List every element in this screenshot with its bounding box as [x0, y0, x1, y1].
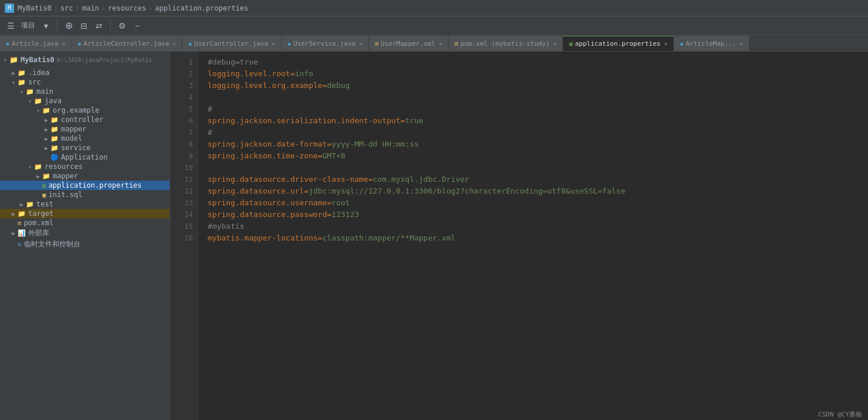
expand-icon: ▶ — [9, 70, 18, 76]
java-icon: ◆ — [188, 40, 192, 47]
expand-icon: ▶ — [42, 136, 50, 142]
tree-label: mapper — [53, 172, 78, 180]
collapse-icon: ▾ — [4, 57, 7, 63]
target-folder-icon: 📁 — [18, 210, 26, 218]
tree-init-sql[interactable]: ▣ init.sql — [0, 190, 169, 199]
code-line-8: spring.jackson.date-format=yyyy-MM-dd HH… — [208, 138, 859, 150]
tree-temp-files[interactable]: ⊙ 临时文件和控制台 — [0, 239, 169, 250]
tab-close-icon[interactable]: ✕ — [272, 40, 275, 47]
tab-application-props[interactable]: ▣ application.properties ✕ — [563, 36, 674, 51]
line-numbers: 1 2 3 4 5 6 7 8 9 10 11 12 13 14 15 16 — [170, 52, 198, 420]
tab-article-java[interactable]: ◆ Article.java ✕ — [0, 36, 72, 51]
toolbar-right: ⚙ − — [115, 19, 144, 33]
tree-main[interactable]: ▾ 📁 main — [0, 87, 169, 96]
tree-label: 外部库 — [28, 228, 49, 238]
expand-icon: ▾ — [26, 98, 34, 104]
code-content: 1 2 3 4 5 6 7 8 9 10 11 12 13 14 15 16 #… — [170, 52, 868, 420]
xml-icon: m — [455, 40, 458, 47]
code-line-16: mybatis.mapper-locations=classpath:mappe… — [208, 232, 859, 244]
project-root-name: MyBatis0 — [21, 56, 55, 64]
tree-label: service — [61, 144, 91, 152]
tree-label: target — [28, 209, 53, 218]
toolbar-btn-1[interactable]: ▾ — [39, 19, 53, 33]
breadcrumb-main: main — [82, 4, 99, 12]
menu-button[interactable]: ☰ — [4, 19, 18, 33]
sidebar: ▾ 📁 MyBatis0 H:\JAVA\javaProject\MyBatis… — [0, 52, 170, 420]
toolbar-left: ☰ 项目 ▾ — [4, 19, 53, 33]
toolbar: ☰ 项目 ▾ ⊕ ⊟ ⇄ ⚙ − — [0, 16, 868, 35]
code-line-11: spring.datasource.driver-class-name=com.… — [208, 174, 859, 185]
java-icon: ◆ — [680, 40, 683, 47]
breadcrumb-resources: resources — [108, 4, 146, 12]
tab-close-icon[interactable]: ✕ — [439, 40, 442, 47]
tree-label: model — [61, 134, 82, 143]
toolbar-align-btn[interactable]: ⊟ — [77, 19, 91, 33]
tab-close-icon[interactable]: ✕ — [172, 40, 176, 47]
tab-article-map[interactable]: ◆ ArticleMap... ✕ — [674, 36, 750, 51]
folder-icon: 📁 — [18, 79, 26, 86]
tree-label: test — [36, 200, 53, 208]
folder-icon: 📁 — [50, 135, 59, 143]
tab-article-controller[interactable]: ◆ ArticleController.java ✕ — [72, 36, 183, 51]
project-label: 项目 — [21, 21, 35, 31]
tree-java[interactable]: ▾ 📁 java — [0, 96, 169, 106]
tab-label: Article.java — [12, 40, 58, 48]
tab-close-icon[interactable]: ✕ — [664, 40, 667, 47]
toolbar-settings-btn[interactable]: ⚙ — [115, 19, 129, 33]
tab-label: application.properties — [575, 40, 660, 48]
toolbar-middle: ⊕ ⊟ ⇄ — [62, 19, 106, 33]
tab-close-icon[interactable]: ✕ — [359, 40, 362, 47]
toolbar-add-btn[interactable]: ⊕ — [62, 19, 76, 33]
code-line-13: spring.datasource.username=root — [208, 197, 859, 209]
tree-test[interactable]: ▶ 📁 test — [0, 199, 169, 209]
tree-external-lib[interactable]: ▶ 📊 外部库 — [0, 228, 169, 239]
folder-icon: 📁 — [18, 69, 26, 77]
tree-label: .idea — [28, 69, 49, 77]
code-line-2: logging.level.root=info — [208, 68, 859, 80]
tree-mapper2[interactable]: ▶ 📁 mapper — [0, 171, 169, 181]
tree-label: application.properties — [49, 181, 142, 189]
tree-controller[interactable]: ▶ 📁 controller — [0, 115, 169, 124]
tab-user-service[interactable]: ◆ UserService.java ✕ — [282, 36, 369, 51]
expand-icon: ▾ — [9, 79, 18, 86]
expand-icon: ▶ — [9, 230, 18, 236]
tab-label: pom.xml (mybatis-study) — [460, 40, 550, 48]
project-path: H:\JAVA\javaProject\MyBatis — [57, 57, 152, 63]
sql-file-icon: ▣ — [42, 191, 46, 199]
expand-icon: ▾ — [34, 107, 42, 114]
toolbar-minimize-btn[interactable]: − — [130, 19, 144, 33]
project-folder-icon: 📁 — [9, 56, 18, 64]
tree-pom-xml[interactable]: m pom.xml — [0, 218, 169, 228]
tab-close-icon[interactable]: ✕ — [62, 40, 66, 47]
tree-label: org.example — [53, 106, 99, 114]
toolbar-sync-btn[interactable]: ⇄ — [92, 19, 106, 33]
xml-icon: m — [375, 40, 378, 47]
tree-src[interactable]: ▾ 📁 src — [0, 77, 169, 87]
tree-target[interactable]: ▶ 📁 target — [0, 209, 169, 218]
tree-application[interactable]: 🔵 Application — [0, 153, 169, 162]
code-line-1: #debug=true — [208, 56, 859, 68]
tree-label: pom.xml — [24, 219, 54, 227]
tab-user-controller[interactable]: ◆ UserController.java ✕ — [182, 36, 282, 51]
code-line-9: spring.jackson.time-zone=GMT+8 — [208, 150, 859, 162]
tree-service[interactable]: ▶ 📁 service — [0, 143, 169, 153]
tree-label: Application — [61, 153, 107, 161]
folder-icon: 📁 — [34, 97, 42, 105]
tree-mapper[interactable]: ▶ 📁 mapper — [0, 124, 169, 134]
tab-close-icon[interactable]: ✕ — [740, 40, 743, 47]
tab-label: UserService.java — [293, 40, 355, 48]
tree-label: resources — [45, 162, 83, 171]
tab-user-mapper[interactable]: m UserMapper.xml ✕ — [369, 36, 449, 51]
expand-icon: ▶ — [42, 117, 50, 123]
tree-org-example[interactable]: ▾ 📁 org.example — [0, 106, 169, 115]
tree-idea[interactable]: ▶ 📁 .idea — [0, 68, 169, 77]
tab-label: ArticleMap... — [686, 40, 736, 48]
code-editor[interactable]: 1 2 3 4 5 6 7 8 9 10 11 12 13 14 15 16 #… — [170, 52, 868, 420]
tab-pom-xml[interactable]: m pom.xml (mybatis-study) ✕ — [449, 36, 563, 51]
tree-application-props[interactable]: ▣ application.properties — [0, 181, 169, 190]
code-lines: #debug=true logging.level.root=info logg… — [198, 52, 868, 420]
tree-model[interactable]: ▶ 📁 model — [0, 134, 169, 143]
breadcrumb: MyBatis0 › src › main › resources › appl… — [18, 4, 248, 12]
tab-close-icon[interactable]: ✕ — [553, 40, 557, 47]
tree-resources[interactable]: ▾ 📁 resources — [0, 162, 169, 171]
